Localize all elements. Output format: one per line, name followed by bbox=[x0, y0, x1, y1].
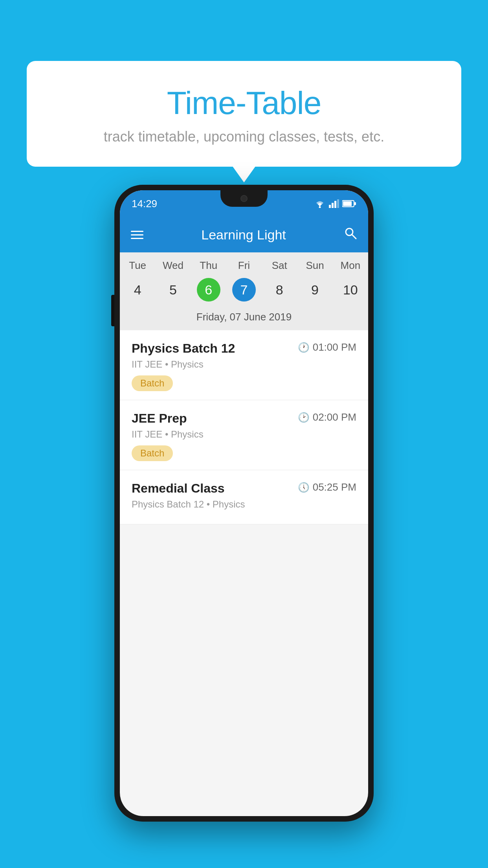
day-name-tue[interactable]: Tue bbox=[120, 259, 155, 272]
schedule-title-1: Physics Batch 12 bbox=[132, 341, 235, 356]
schedule-meta-1: IIT JEE • Physics bbox=[132, 359, 356, 370]
phone-device: 14:29 bbox=[114, 185, 374, 822]
status-bar: 14:29 bbox=[120, 190, 368, 217]
speech-bubble-section: Time-Table track timetable, upcoming cla… bbox=[27, 61, 461, 167]
day-8[interactable]: 8 bbox=[262, 278, 297, 302]
search-icon-button[interactable] bbox=[344, 226, 357, 243]
day-name-sun[interactable]: Sun bbox=[297, 259, 332, 272]
day-5[interactable]: 5 bbox=[155, 278, 191, 302]
app-bar-title: Learning Light bbox=[201, 227, 286, 243]
batch-badge-1: Batch bbox=[132, 375, 173, 391]
schedule-title-2: JEE Prep bbox=[132, 411, 187, 426]
battery-icon bbox=[342, 200, 356, 208]
phone-screen: 14:29 bbox=[120, 190, 368, 816]
svg-point-0 bbox=[319, 206, 321, 208]
day-4[interactable]: 4 bbox=[120, 278, 155, 302]
svg-rect-4 bbox=[337, 199, 339, 208]
bubble-title: Time-Table bbox=[42, 85, 446, 121]
wifi-icon bbox=[314, 199, 326, 208]
schedule-time-1: 🕐 01:00 PM bbox=[298, 341, 356, 353]
hamburger-menu-icon[interactable] bbox=[131, 231, 143, 239]
speech-bubble: Time-Table track timetable, upcoming cla… bbox=[27, 61, 461, 167]
schedule-item-1[interactable]: Physics Batch 12 🕐 01:00 PM IIT JEE • Ph… bbox=[120, 330, 368, 400]
day-name-fri[interactable]: Fri bbox=[226, 259, 262, 272]
camera-dot bbox=[240, 195, 248, 202]
schedule-item-2-header: JEE Prep 🕑 02:00 PM bbox=[132, 411, 356, 426]
schedule-meta-3: Physics Batch 12 • Physics bbox=[132, 499, 356, 510]
svg-rect-2 bbox=[332, 203, 334, 208]
signal-icon bbox=[329, 199, 339, 208]
schedule-item-1-header: Physics Batch 12 🕐 01:00 PM bbox=[132, 341, 356, 356]
schedule-time-value-2: 02:00 PM bbox=[313, 411, 356, 423]
clock-icon-2: 🕑 bbox=[298, 412, 310, 423]
schedule-time-2: 🕑 02:00 PM bbox=[298, 411, 356, 423]
day-9[interactable]: 9 bbox=[297, 278, 332, 302]
app-bar: Learning Light bbox=[120, 217, 368, 252]
svg-rect-1 bbox=[329, 205, 331, 208]
bubble-subtitle: track timetable, upcoming classes, tests… bbox=[42, 129, 446, 145]
phone-mockup-container: 14:29 bbox=[24, 185, 464, 822]
schedule-list: Physics Batch 12 🕐 01:00 PM IIT JEE • Ph… bbox=[120, 330, 368, 524]
schedule-meta-2: IIT JEE • Physics bbox=[132, 429, 356, 440]
status-time: 14:29 bbox=[132, 198, 157, 210]
schedule-item-3-header: Remedial Class 🕔 05:25 PM bbox=[132, 481, 356, 496]
selected-date-label: Friday, 07 June 2019 bbox=[120, 308, 368, 330]
schedule-time-value-1: 01:00 PM bbox=[313, 341, 356, 353]
day-names-row: Tue Wed Thu Fri Sat Sun Mon bbox=[120, 252, 368, 275]
schedule-item-2[interactable]: JEE Prep 🕑 02:00 PM IIT JEE • Physics Ba… bbox=[120, 400, 368, 470]
clock-icon-1: 🕐 bbox=[298, 342, 310, 353]
schedule-time-3: 🕔 05:25 PM bbox=[298, 481, 356, 493]
svg-rect-3 bbox=[334, 201, 336, 208]
batch-badge-2: Batch bbox=[132, 445, 173, 461]
schedule-item-3[interactable]: Remedial Class 🕔 05:25 PM Physics Batch … bbox=[120, 470, 368, 524]
svg-rect-6 bbox=[343, 201, 352, 206]
day-7-selected[interactable]: 7 bbox=[232, 278, 256, 302]
svg-rect-7 bbox=[354, 202, 356, 205]
day-10[interactable]: 10 bbox=[333, 278, 368, 302]
clock-icon-3: 🕔 bbox=[298, 482, 310, 493]
status-icons bbox=[314, 199, 356, 208]
schedule-time-value-3: 05:25 PM bbox=[313, 481, 356, 493]
calendar-section: Tue Wed Thu Fri Sat Sun Mon 4 5 6 7 8 9 … bbox=[120, 252, 368, 330]
day-name-sat[interactable]: Sat bbox=[262, 259, 297, 272]
day-6-today[interactable]: 6 bbox=[197, 278, 220, 302]
schedule-title-3: Remedial Class bbox=[132, 481, 225, 496]
svg-line-9 bbox=[352, 234, 356, 239]
notch bbox=[220, 190, 268, 207]
day-numbers-row: 4 5 6 7 8 9 10 bbox=[120, 275, 368, 308]
day-name-thu[interactable]: Thu bbox=[191, 259, 226, 272]
day-name-mon[interactable]: Mon bbox=[333, 259, 368, 272]
day-name-wed[interactable]: Wed bbox=[155, 259, 191, 272]
